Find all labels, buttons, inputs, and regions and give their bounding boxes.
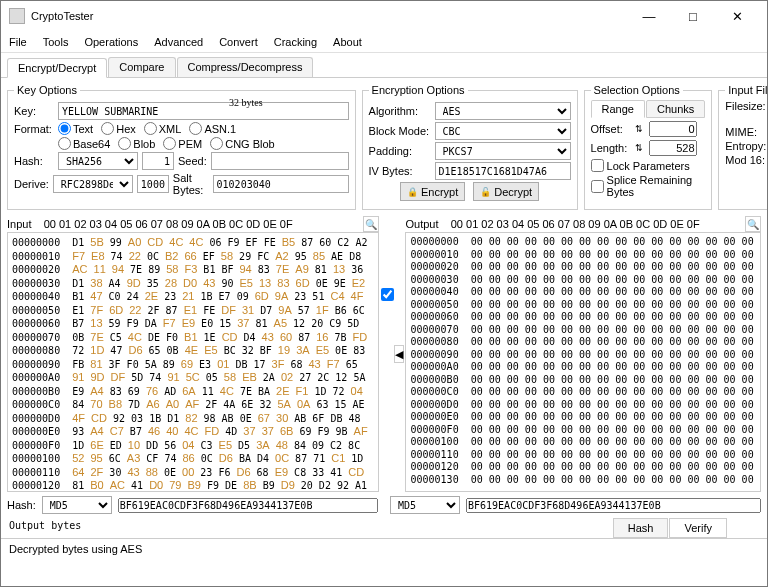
iv-input[interactable] [435, 162, 571, 180]
statusbar: Decrypted bytes using AES [1, 538, 767, 558]
tab-compress[interactable]: Compress/Decompress [177, 57, 314, 77]
tab-range[interactable]: Range [591, 100, 645, 118]
seed-label: Seed: [178, 155, 207, 167]
splice-check[interactable]: Splice Remaining Bytes [591, 174, 706, 198]
menu-about[interactable]: About [333, 36, 362, 48]
radio-base64[interactable]: Base64 [58, 137, 110, 150]
lock-params-check[interactable]: Lock Parameters [591, 159, 690, 172]
key-byte-count: 32 bytes [229, 97, 263, 108]
tab-compare[interactable]: Compare [108, 57, 175, 77]
hex-header-output: 00 01 02 03 04 05 06 07 08 09 0A 0B 0C 0… [439, 218, 700, 230]
minimize-button[interactable]: ― [627, 2, 671, 30]
iv-label: IV Bytes: [369, 165, 431, 177]
length-input[interactable] [649, 140, 697, 156]
radio-hex[interactable]: Hex [101, 122, 136, 135]
search-icon[interactable]: 🔍 [745, 216, 761, 232]
menu-tools[interactable]: Tools [43, 36, 69, 48]
encryption-options: Encryption Options Algorithm:AES Block M… [362, 84, 578, 210]
radio-asn1[interactable]: ASN.1 [189, 122, 236, 135]
menu-convert[interactable]: Convert [219, 36, 258, 48]
salt-input[interactable] [213, 175, 349, 193]
hash-count-input[interactable] [142, 152, 174, 170]
hash-alg-select[interactable]: SHA256 [58, 152, 138, 170]
tab-hash[interactable]: Hash [613, 518, 669, 538]
decrypt-button[interactable]: 🔓Decrypt [473, 182, 539, 201]
maximize-button[interactable]: □ [671, 2, 715, 30]
encryption-options-legend: Encryption Options [369, 84, 468, 96]
derive-count-input[interactable] [137, 175, 169, 193]
block-mode-select[interactable]: CBC [435, 122, 571, 140]
selection-options-legend: Selection Options [591, 84, 683, 96]
selection-options: Selection Options Range Chunks Offset:⇅ … [584, 84, 713, 210]
menu-operations[interactable]: Operations [84, 36, 138, 48]
input-label: Input [7, 218, 31, 230]
algorithm-select[interactable]: AES [435, 102, 571, 120]
app-icon [9, 8, 25, 24]
menu-file[interactable]: File [9, 36, 27, 48]
key-label: Key: [14, 105, 54, 117]
radio-text[interactable]: Text [58, 122, 93, 135]
info-label: Mod 16: [725, 154, 766, 166]
file-info-legend: Input File Info [725, 84, 768, 96]
derive-label: Derive: [14, 178, 49, 190]
menu-cracking[interactable]: Cracking [274, 36, 317, 48]
radio-xml[interactable]: XML [144, 122, 182, 135]
hash-row-label: Hash: [7, 499, 36, 511]
tab-encrypt-decrypt[interactable]: Encrypt/Decrypt [7, 58, 107, 78]
radio-cngblob[interactable]: CNG Blob [210, 137, 275, 150]
close-button[interactable]: ✕ [715, 2, 759, 30]
hash-label: Hash: [14, 155, 54, 167]
seed-input[interactable] [211, 152, 349, 170]
encrypt-button[interactable]: 🔒Encrypt [400, 182, 465, 201]
main-tabs: Encrypt/Decrypt Compare Compress/Decompr… [1, 53, 767, 78]
length-label: Length: [591, 142, 629, 154]
lock-icon: 🔒 [407, 187, 418, 197]
salt-label: Salt Bytes: [173, 172, 209, 196]
output-hash-value[interactable] [466, 498, 761, 513]
key-options: Key Options Key: 32 bytes Format: Text H… [7, 84, 356, 210]
input-hash-value[interactable] [118, 498, 378, 513]
output-hex-view[interactable]: 00000000 00 00 00 00 00 00 00 00 00 00 0… [405, 232, 761, 492]
output-hash-alg-select[interactable]: MD5 [390, 496, 460, 514]
derive-select[interactable]: RFC2898Deri... [53, 175, 133, 193]
offset-label: Offset: [591, 123, 629, 135]
tab-chunks[interactable]: Chunks [646, 100, 705, 118]
titlebar: CryptoTester ― □ ✕ [1, 1, 767, 31]
menubar: File Tools Operations Advanced Convert C… [1, 31, 767, 53]
hex-header-input: 00 01 02 03 04 05 06 07 08 09 0A 0B 0C 0… [31, 218, 292, 230]
radio-blob[interactable]: Blob [118, 137, 155, 150]
input-hash-alg-select[interactable]: MD5 [42, 496, 112, 514]
output-bytes-label: Output bytes [1, 518, 384, 533]
info-label: Entropy: [725, 140, 766, 152]
link-check[interactable] [381, 288, 394, 301]
output-label: Output [405, 218, 438, 230]
algorithm-label: Algorithm: [369, 105, 431, 117]
transfer-icon[interactable]: ◀ [394, 345, 404, 363]
window-title: CryptoTester [31, 10, 627, 22]
offset-input[interactable] [649, 121, 697, 137]
key-input[interactable] [58, 102, 349, 120]
input-file-info: Input File Info Filesize:528 bytesMIME:u… [718, 84, 768, 210]
padding-label: Padding: [369, 145, 431, 157]
search-icon[interactable]: 🔍 [363, 216, 379, 232]
tab-verify[interactable]: Verify [669, 518, 727, 538]
input-hex-view[interactable]: 00000000 D1 5B 99 A0 CD 4C 4C 06 F9 EF F… [7, 232, 379, 492]
key-options-legend: Key Options [14, 84, 80, 96]
menu-advanced[interactable]: Advanced [154, 36, 203, 48]
info-label: MIME: [725, 126, 766, 138]
info-label: Filesize: [725, 100, 766, 124]
padding-select[interactable]: PKCS7 [435, 142, 571, 160]
block-mode-label: Block Mode: [369, 125, 431, 137]
unlock-icon: 🔓 [480, 187, 491, 197]
format-label: Format: [14, 123, 54, 135]
radio-pem[interactable]: PEM [163, 137, 202, 150]
